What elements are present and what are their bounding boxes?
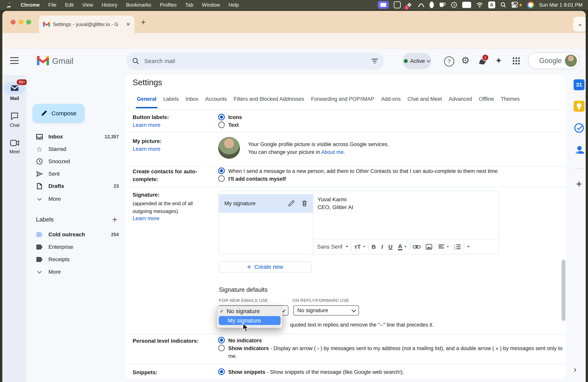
menubar-item-window[interactable]: Window	[202, 2, 220, 8]
label-item-more[interactable]: More	[32, 266, 122, 277]
radio-show-snippets[interactable]	[218, 368, 225, 375]
insert-image-icon[interactable]	[426, 244, 432, 250]
account-avatar[interactable]	[565, 55, 577, 67]
tab-offline[interactable]: Offline	[479, 96, 494, 102]
google-account-pill[interactable]: Google	[528, 52, 580, 69]
screen-sharing-icon[interactable]	[378, 1, 389, 9]
menubar-item-tab[interactable]: Tab	[185, 2, 193, 8]
sidebar-item-starred[interactable]: ☆ Starred	[32, 144, 122, 155]
tasks-app-icon[interactable]	[568, 123, 586, 133]
rail-item-chat[interactable]: Chat	[4, 112, 25, 128]
tab-addons[interactable]: Add-ons	[381, 96, 401, 102]
zoom-window-button[interactable]	[26, 20, 31, 24]
calendar-app-icon[interactable]: 31	[568, 79, 586, 90]
tab-inbox[interactable]: Inbox	[186, 96, 198, 102]
menubar-item-help[interactable]: Help	[229, 2, 239, 8]
sidebar-item-snoozed[interactable]: Snoozed	[32, 156, 122, 167]
align-icon[interactable]	[438, 244, 445, 249]
tabstrip-chevron-button[interactable]: ⌄	[573, 17, 586, 32]
align-chevron[interactable]	[447, 246, 449, 248]
input-source-icon[interactable]: A	[488, 1, 495, 8]
text-color-chevron[interactable]	[404, 246, 406, 248]
bold-icon[interactable]: B	[372, 244, 376, 250]
contacts-app-icon[interactable]	[568, 144, 586, 155]
learn-more-link[interactable]: Learn more	[133, 215, 159, 222]
italic-icon[interactable]: I	[381, 244, 383, 250]
label-item-receipts[interactable]: Receipts	[32, 254, 122, 265]
search-options-icon[interactable]	[371, 58, 378, 64]
colorful-ring-app-icon[interactable]	[527, 1, 534, 9]
minimize-window-button[interactable]	[19, 20, 23, 24]
font-select[interactable]: Sans Serif	[317, 244, 348, 250]
menubar-app-name[interactable]: Chrome	[21, 2, 40, 8]
coffee-cup-icon[interactable]	[439, 1, 446, 9]
reply-forward-select[interactable]: No signature	[294, 305, 359, 316]
signature-editor[interactable]: Yuval Karmi CEO, Glitter AI	[313, 191, 499, 239]
keep-app-icon[interactable]	[568, 101, 586, 112]
tab-labels[interactable]: Labels	[163, 96, 179, 102]
get-addons-icon[interactable]: +	[568, 178, 586, 190]
more-formatting-chevron[interactable]	[467, 246, 470, 248]
arc-app-icon[interactable]	[418, 1, 424, 9]
help-icon[interactable]: ?	[444, 56, 454, 66]
menubar-clock[interactable]: Sun Mar 1 9:01 PM	[539, 2, 583, 8]
main-menu-icon[interactable]	[10, 57, 19, 64]
sidebar-item-sent[interactable]: Sent	[32, 169, 122, 179]
menubar-item-file[interactable]: File	[48, 2, 56, 8]
scrollbar-thumb[interactable]	[562, 260, 566, 321]
text-color-icon[interactable]: A	[398, 243, 402, 250]
text-size-icon[interactable]: тT	[354, 244, 366, 250]
apps-grid-icon[interactable]	[512, 57, 520, 65]
tab-general[interactable]: General	[137, 96, 157, 102]
status-pill[interactable]: Active	[402, 53, 431, 69]
tab-forwarding[interactable]: Forwarding and POP/IMAP	[311, 96, 374, 102]
menubar-item-profiles[interactable]: Profiles	[160, 2, 177, 8]
wifi-icon[interactable]	[476, 1, 483, 9]
side-panel-collapse-icon[interactable]: ›	[574, 364, 577, 374]
label-item-cold-outreach[interactable]: Cold outreach 254	[32, 229, 122, 240]
numbered-list-icon[interactable]: 123	[454, 244, 461, 250]
extension-badge-icon[interactable]: 1	[478, 56, 487, 65]
compose-button[interactable]: Compose	[32, 104, 84, 123]
profile-picture[interactable]	[218, 137, 240, 159]
control-center-icon[interactable]	[511, 1, 522, 9]
display-icon[interactable]	[462, 1, 471, 9]
add-label-button[interactable]: +	[112, 215, 117, 224]
insert-link-icon[interactable]	[413, 244, 420, 249]
delete-signature-icon[interactable]	[302, 200, 307, 207]
settings-gear-icon[interactable]: ⚙	[461, 55, 470, 66]
learn-more-link[interactable]: Learn more	[133, 122, 160, 128]
rail-item-mail[interactable]: 99+ Mail	[4, 82, 25, 101]
radio-no-indicators[interactable]	[218, 337, 225, 343]
radio-icons[interactable]	[218, 114, 225, 120]
radio-manual-contacts[interactable]	[218, 175, 225, 182]
gemini-sparkle-icon[interactable]: ✦	[495, 56, 502, 65]
menubar-item-bookmarks[interactable]: Bookmarks	[126, 2, 151, 8]
tab-accounts[interactable]: Accounts	[205, 96, 227, 102]
underline-icon[interactable]: U	[388, 244, 393, 250]
tab-close-icon[interactable]: ✕	[126, 21, 130, 27]
close-window-button[interactable]	[11, 20, 16, 24]
oval-app-icon[interactable]	[430, 1, 434, 9]
radio-text[interactable]	[218, 122, 225, 128]
label-item-enterprise[interactable]: Enterprise	[32, 242, 122, 253]
clock-app-icon[interactable]	[451, 1, 457, 9]
browser-tab[interactable]: Settings - yuval@glitter.io - G ✕	[39, 16, 135, 33]
radio-show-indicators[interactable]	[218, 345, 225, 351]
create-new-signature-button[interactable]: + Create new	[219, 261, 312, 273]
search-icon[interactable]	[132, 58, 139, 64]
menubar-item-view[interactable]: View	[82, 2, 93, 8]
rail-item-meet[interactable]: Meet	[4, 139, 25, 154]
new-tab-button[interactable]: +	[141, 18, 146, 26]
edit-signature-icon[interactable]	[288, 200, 294, 207]
menubar-item-edit[interactable]: Edit	[65, 2, 74, 8]
sidebar-item-more[interactable]: More	[32, 193, 122, 204]
dropdown-option-my-signature[interactable]: My signature	[219, 316, 281, 325]
learn-more-link[interactable]: Learn more	[133, 146, 160, 152]
signature-list-item[interactable]: My signature	[219, 194, 313, 213]
menubar-item-history[interactable]: History	[102, 2, 117, 8]
about-me-link[interactable]: About me	[321, 149, 344, 155]
spotlight-search-icon[interactable]	[500, 1, 506, 9]
tab-filters[interactable]: Filters and Blocked Addresses	[233, 96, 304, 102]
radio-auto-contacts[interactable]	[218, 168, 225, 174]
